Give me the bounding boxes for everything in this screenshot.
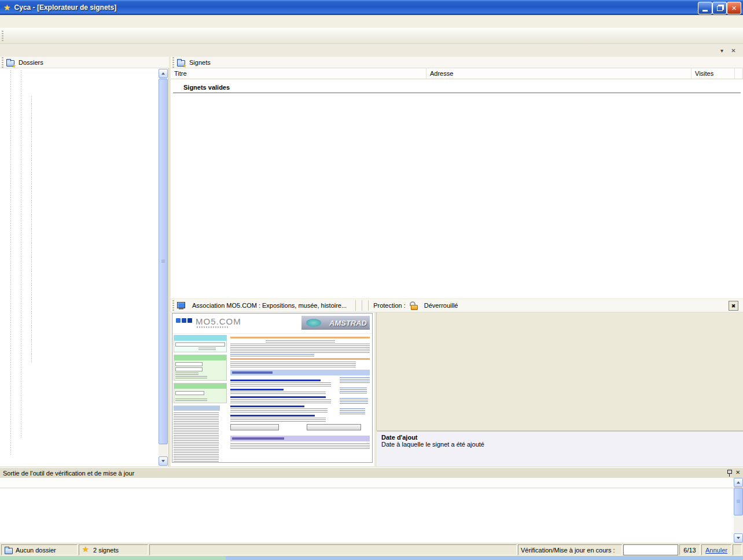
title-bar: ★ Cyca - [Explorateur de signets] bbox=[0, 0, 743, 15]
site-preview[interactable]: MO5.COM AMSTRAD bbox=[171, 312, 374, 466]
property-description: Date d'ajout Date à laquelle le signet a… bbox=[377, 430, 743, 466]
progress-label: Vérification/Mise à jour en cours : bbox=[521, 547, 615, 554]
minimize-button[interactable] bbox=[698, 2, 712, 14]
column-header-filler bbox=[735, 68, 743, 79]
status-spacer-cell bbox=[149, 544, 517, 555]
tab-close-icon[interactable]: ✕ bbox=[730, 47, 737, 54]
window-title: Cyca - [Explorateur de signets] bbox=[14, 3, 117, 12]
bookmarks-panel-title: Signets bbox=[189, 58, 211, 66]
property-description-text: Date à laquelle le signet a été ajouté bbox=[381, 441, 739, 448]
toolbar-grip[interactable] bbox=[2, 31, 3, 41]
status-folder-label: Aucun dossier bbox=[16, 547, 56, 554]
scroll-up-icon[interactable] bbox=[159, 69, 168, 78]
column-header-address[interactable]: Adresse bbox=[426, 68, 691, 79]
bookmarks-list: Titre Adresse Visites Signets valides bbox=[171, 68, 743, 299]
site-search-box bbox=[174, 335, 227, 352]
tree-guide-line bbox=[21, 71, 21, 437]
output-panel-header: Sortie de l'outil de vérification et de … bbox=[0, 467, 743, 478]
output-close-icon[interactable] bbox=[734, 469, 743, 478]
site-newsletter-box bbox=[174, 383, 227, 403]
main-toolbar bbox=[0, 28, 743, 44]
site-logo-square bbox=[182, 318, 186, 323]
output-table bbox=[0, 478, 743, 543]
pin-icon[interactable] bbox=[724, 469, 734, 478]
scrollbar-thumb[interactable] bbox=[159, 79, 168, 444]
scroll-down-icon[interactable] bbox=[159, 456, 168, 466]
star-icon bbox=[82, 546, 91, 555]
bookmarks-column-headers: Titre Adresse Visites bbox=[171, 68, 743, 79]
site-logo-tagline bbox=[197, 326, 229, 328]
bookmarks-panel-grip[interactable] bbox=[172, 57, 174, 68]
status-count-label: 2 signets bbox=[93, 547, 119, 554]
site-menu bbox=[174, 406, 227, 463]
status-cancel-cell: Annuler bbox=[701, 544, 731, 555]
site-members-box bbox=[174, 355, 227, 381]
separator bbox=[362, 300, 362, 311]
bookmarks-group-line bbox=[173, 93, 741, 93]
tree-scrollbar[interactable] bbox=[159, 69, 168, 466]
scrollbar-thumb[interactable] bbox=[734, 488, 743, 515]
preview-pane-grip[interactable] bbox=[172, 300, 174, 311]
status-resize-cell[interactable] bbox=[733, 544, 742, 555]
folder-icon bbox=[4, 546, 13, 555]
property-description-title: Date d'ajout bbox=[381, 434, 739, 441]
folder-star-icon: ★ bbox=[176, 58, 186, 67]
output-column-headers bbox=[0, 478, 734, 488]
folders-tree bbox=[0, 68, 169, 466]
unlocked-padlock-icon bbox=[409, 301, 418, 310]
preview-pane-header: Association MO5.COM : Expositions, musée… bbox=[171, 299, 743, 312]
bottom-edge-strip bbox=[0, 556, 743, 560]
status-bar: Aucun dossier 2 signets Vérification/Mis… bbox=[0, 544, 743, 556]
status-folder-cell: Aucun dossier bbox=[1, 544, 78, 555]
status-count-cell: 2 signets bbox=[79, 544, 148, 555]
output-panel-title: Sortie de l'outil de vérification et de … bbox=[3, 470, 134, 477]
menu-bar bbox=[0, 15, 743, 28]
site-content bbox=[228, 334, 372, 463]
cancel-link[interactable]: Annuler bbox=[705, 547, 727, 554]
tab-list-chevron-down-icon[interactable]: ▾ bbox=[718, 47, 726, 54]
separator bbox=[355, 300, 356, 311]
restore-button[interactable] bbox=[712, 2, 727, 14]
site-preview-page: MO5.COM AMSTRAD bbox=[172, 313, 373, 463]
app-star-icon: ★ bbox=[3, 3, 11, 12]
application-window: ★ Cyca - [Explorateur de signets] ▾ ✕ ★ … bbox=[0, 0, 743, 560]
progress-bar bbox=[623, 544, 678, 555]
status-progress-label-cell: Vérification/Mise à jour en cours : bbox=[518, 544, 622, 555]
column-header-visits[interactable]: Visites bbox=[691, 68, 735, 79]
site-body bbox=[172, 334, 372, 463]
close-button[interactable] bbox=[727, 2, 741, 14]
bookmarks-panel-header: ★ Signets bbox=[171, 57, 743, 68]
protection-label: Protection : bbox=[373, 302, 406, 309]
scroll-up-icon[interactable] bbox=[734, 478, 743, 487]
bookmark-properties: Date d'ajout Date à laquelle le signet a… bbox=[376, 312, 743, 430]
scroll-down-icon[interactable] bbox=[734, 533, 743, 543]
protection-state: Déverrouillé bbox=[424, 302, 458, 309]
status-progress-count-cell: 6/13 bbox=[679, 544, 700, 555]
preview-close-icon[interactable] bbox=[729, 301, 738, 311]
site-button bbox=[307, 424, 361, 430]
preview-title: Association MO5.COM : Expositions, musée… bbox=[192, 302, 347, 309]
folders-panel-header: ★ Dossiers bbox=[0, 57, 169, 68]
site-banner: AMSTRAD bbox=[301, 316, 370, 330]
tree-guide-line bbox=[10, 71, 11, 455]
folders-panel-title: Dossiers bbox=[19, 58, 43, 66]
progress-count: 6/13 bbox=[683, 547, 696, 554]
site-header: MO5.COM AMSTRAD bbox=[172, 314, 372, 334]
site-logo-square bbox=[176, 318, 181, 323]
output-scrollbar[interactable] bbox=[734, 478, 743, 543]
bookmarks-group-label: Signets valides bbox=[183, 84, 743, 91]
separator bbox=[368, 300, 369, 311]
folders-panel-grip[interactable] bbox=[2, 57, 3, 68]
site-sidebar bbox=[172, 334, 228, 463]
site-logo-square bbox=[187, 318, 192, 323]
column-header-title[interactable]: Titre bbox=[171, 68, 426, 79]
tree-guide-line bbox=[31, 96, 32, 362]
folder-star-icon: ★ bbox=[6, 58, 15, 67]
monitor-icon bbox=[176, 301, 186, 310]
site-button bbox=[230, 424, 279, 430]
tab-strip: ▾ ✕ bbox=[0, 44, 743, 57]
site-logo-text: MO5.COM bbox=[196, 316, 241, 326]
